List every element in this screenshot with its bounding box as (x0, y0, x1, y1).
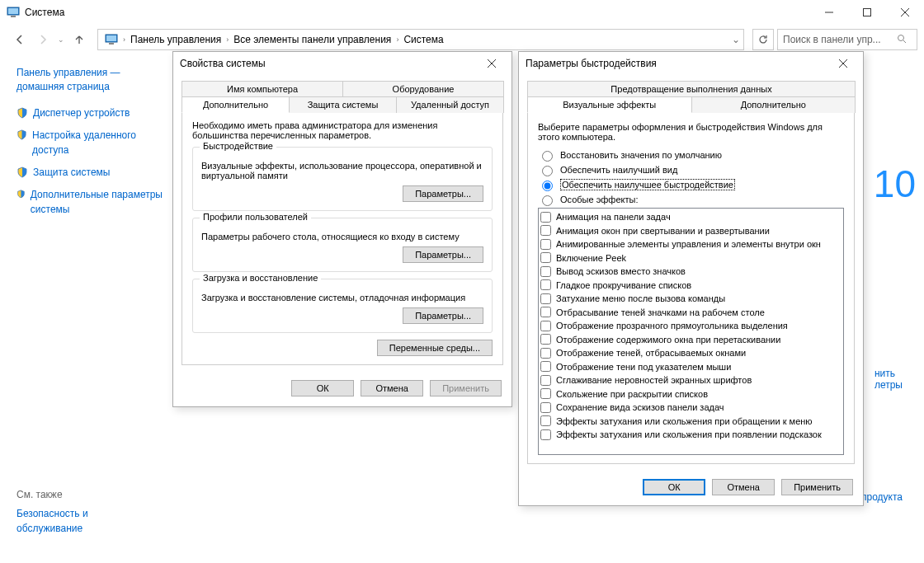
breadcrumb-1[interactable]: Все элементы панели управления (230, 32, 394, 47)
shield-icon (16, 129, 27, 141)
boot-desc: Загрузка и восстановление системы, отлад… (201, 293, 483, 303)
minimize-button[interactable] (810, 0, 848, 25)
breadcrumb-2[interactable]: Система (400, 32, 446, 47)
effect-checkbox-10[interactable]: Отображение теней, отбрасываемых окнами (540, 346, 842, 360)
tab-computer-name[interactable]: Имя компьютера (182, 81, 343, 96)
sep-icon[interactable]: › (394, 35, 400, 44)
tab-hardware[interactable]: Оборудование (342, 81, 504, 96)
cancel-button[interactable]: Отмена (361, 380, 423, 396)
tab-advanced[interactable]: Дополнительно (182, 96, 290, 113)
svg-rect-9 (109, 43, 114, 45)
radio-let-windows-choose[interactable]: Восстановить значения по умолчанию (538, 148, 844, 162)
cancel-button[interactable]: Отмена (712, 479, 775, 495)
svg-line-11 (903, 40, 906, 43)
effect-checkbox-3[interactable]: Включение Peek (540, 251, 842, 265)
address-dropdown-icon[interactable]: ⌄ (732, 34, 740, 45)
boot-settings-button[interactable]: Параметры... (403, 307, 483, 324)
tab-visual-effects[interactable]: Визуальные эффекты (527, 96, 692, 113)
svg-point-10 (898, 35, 904, 40)
security-maintenance-link[interactable]: Безопасность и обслуживание (16, 507, 116, 536)
sep-icon[interactable]: › (121, 35, 127, 44)
effect-checkbox-13[interactable]: Скольжение при раскрытии списков (540, 387, 842, 401)
svg-rect-4 (864, 9, 871, 16)
maximize-button[interactable] (848, 0, 886, 25)
effect-checkbox-15[interactable]: Эффекты затухания или скольжения при обр… (540, 415, 842, 429)
effect-checkbox-7[interactable]: Отбрасывание теней значками на рабочем с… (540, 306, 842, 320)
shield-icon (16, 189, 26, 200)
sep-icon[interactable]: › (224, 35, 230, 44)
effect-checkbox-11[interactable]: Отображение тени под указателем мыши (540, 360, 842, 374)
see-also-heading: См. также (16, 489, 165, 500)
effects-checklist[interactable]: Анимация на панели задачАнимация окон пр… (538, 208, 844, 455)
effect-checkbox-0[interactable]: Анимация на панели задач (540, 210, 842, 224)
dialog-title: Параметры быстродействия (526, 58, 830, 69)
address-bar[interactable]: › Панель управления › Все элементы панел… (97, 29, 744, 50)
titlebar: Система (0, 0, 924, 25)
svg-rect-1 (8, 8, 18, 14)
environment-variables-button[interactable]: Переменные среды... (377, 340, 493, 356)
effect-checkbox-6[interactable]: Затухание меню после вызова команды (540, 292, 842, 306)
ok-button[interactable]: ОК (291, 380, 354, 396)
profiles-desc: Параметры рабочего стола, относящиеся ко… (201, 232, 483, 242)
system-properties-dialog: Свойства системы Имя компьютера Оборудов… (172, 51, 512, 407)
window-title: Система (25, 7, 810, 18)
svg-rect-2 (11, 16, 16, 17)
breadcrumb-0[interactable]: Панель управления (127, 32, 224, 47)
search-placeholder: Поиск в панели упр... (783, 34, 897, 45)
radio-best-appearance[interactable]: Обеспечить наилучший вид (538, 163, 844, 176)
effect-checkbox-1[interactable]: Анимация окон при свертывании и разверты… (540, 224, 842, 238)
close-icon[interactable] (478, 55, 505, 72)
effect-checkbox-8[interactable]: Отображение прозрачного прямоугольника в… (540, 319, 842, 333)
recent-dropdown[interactable]: ⌄ (56, 35, 66, 44)
refresh-button[interactable] (752, 29, 774, 50)
profiles-settings-button[interactable]: Параметры... (403, 246, 483, 263)
performance-group: Быстродействие Визуальные эффекты, испол… (192, 147, 493, 211)
close-button[interactable] (886, 0, 924, 25)
effect-checkbox-9[interactable]: Отображение содержимого окна при перетас… (540, 333, 842, 347)
effect-checkbox-4[interactable]: Вывод эскизов вместо значков (540, 265, 842, 279)
sidebar-item-system-protection[interactable]: Защита системы (16, 166, 165, 180)
performance-options-dialog: Параметры быстродействия Предотвращение … (518, 51, 864, 506)
forward-button[interactable] (33, 30, 53, 49)
app-icon (7, 6, 20, 19)
tab-dep[interactable]: Предотвращение выполнения данных (527, 81, 856, 96)
dialog-title: Свойства системы (180, 58, 478, 69)
effect-checkbox-16[interactable]: Эффекты затухания или скольжения при поя… (540, 428, 842, 442)
performance-desc: Визуальные эффекты, использование процес… (201, 161, 483, 181)
search-box[interactable]: Поиск в панели упр... (777, 29, 917, 50)
performance-legend: Быстродействие (200, 141, 276, 151)
boot-group: Загрузка и восстановление Загрузка и вос… (192, 279, 493, 333)
apply-button[interactable]: Применить (430, 380, 502, 396)
profiles-group: Профили пользователей Параметры рабочего… (192, 218, 493, 272)
sidebar-item-remote-settings[interactable]: Настройка удаленного доступа (16, 129, 165, 157)
boot-legend: Загрузка и восстановление (200, 273, 321, 283)
radio-custom[interactable]: Особые эффекты: (538, 193, 844, 206)
sidebar-item-advanced-system-settings[interactable]: Дополнительные параметры системы (16, 188, 165, 217)
up-button[interactable] (69, 30, 89, 49)
radio-best-performance[interactable]: Обеспечить наилучшее быстродействие (538, 178, 844, 191)
change-settings-link-1[interactable]: нитьлетры (874, 368, 903, 391)
effect-checkbox-5[interactable]: Гладкое прокручивание списков (540, 279, 842, 293)
tab-remote[interactable]: Удаленный доступ (396, 96, 504, 113)
tab-system-protection[interactable]: Защита системы (289, 96, 397, 113)
back-button[interactable] (10, 30, 30, 49)
effect-checkbox-14[interactable]: Сохранение вида эскизов панели задач (540, 401, 842, 415)
ok-button[interactable]: ОК (643, 479, 705, 495)
effect-checkbox-2[interactable]: Анимированные элементы управления и элем… (540, 237, 842, 251)
toolbar: ⌄ › Панель управления › Все элементы пан… (0, 25, 924, 54)
performance-settings-button[interactable]: Параметры... (403, 185, 483, 202)
tab-advanced-perf[interactable]: Дополнительно (691, 96, 856, 113)
apply-button[interactable]: Применить (781, 479, 853, 495)
close-icon[interactable] (830, 55, 856, 72)
admin-note: Необходимо иметь права администратора дл… (192, 120, 493, 140)
shield-icon (16, 107, 28, 119)
visual-effects-intro: Выберите параметры оформления и быстроде… (538, 122, 844, 142)
search-icon (897, 34, 907, 46)
profiles-legend: Профили пользователей (200, 212, 311, 222)
control-panel-home-link[interactable]: Панель управления —домашняя страница (16, 66, 165, 95)
sidebar: Панель управления —домашняя страница Дис… (0, 54, 165, 563)
effect-checkbox-12[interactable]: Сглаживание неровностей экранных шрифтов (540, 373, 842, 387)
sidebar-item-device-manager[interactable]: Диспетчер устройств (16, 106, 165, 120)
location-icon (105, 33, 118, 46)
svg-rect-8 (106, 35, 116, 41)
